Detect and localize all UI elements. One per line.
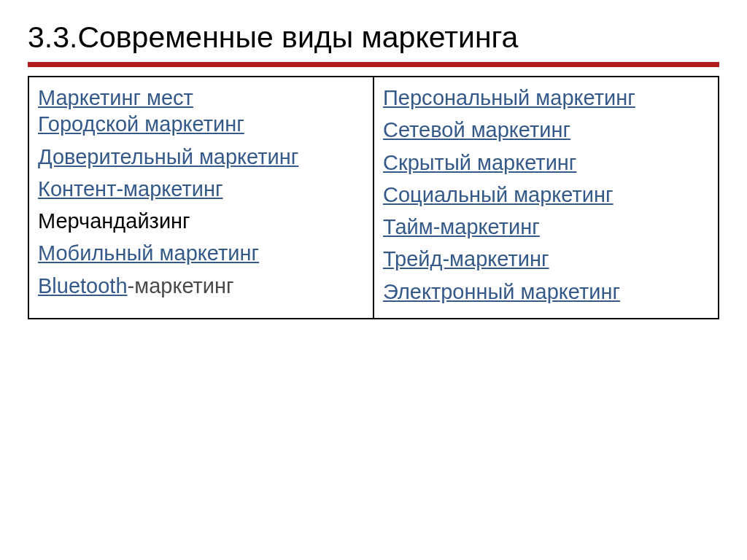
list-item: Bluetooth-маркетинг (38, 273, 364, 299)
link-mobile-marketing[interactable]: Мобильный маркетинг (38, 241, 259, 265)
list-item: Социальный маркетинг (383, 182, 709, 208)
link-city-marketing[interactable]: Городской маркетинг (38, 112, 244, 136)
slide: 3.3.Современные виды маркетинга Маркетин… (28, 20, 719, 540)
link-content-marketing[interactable]: Контент-маркетинг (38, 177, 223, 201)
list-item: Мобильный маркетинг (38, 240, 364, 266)
list-item: Электронный маркетинг (383, 279, 709, 305)
list-item: Трейд-маркетинг (383, 246, 709, 272)
link-social-marketing[interactable]: Социальный маркетинг (383, 183, 614, 206)
list-item: Тайм-маркетинг (383, 214, 709, 240)
link-trade-marketing[interactable]: Трейд-маркетинг (383, 247, 549, 271)
text-merchandising: Мерчандайзинг (38, 209, 190, 233)
right-column: Персональный маркетинг Сетевой маркетинг… (374, 77, 719, 319)
text-bluetooth-suffix: -маркетинг (128, 274, 234, 298)
list-item: Мерчандайзинг (38, 208, 364, 234)
list-item: Сетевой маркетинг (383, 117, 709, 143)
list-item: Маркетинг мест Городской маркетинг (38, 85, 364, 138)
link-network-marketing[interactable]: Сетевой маркетинг (383, 118, 570, 141)
link-bluetooth[interactable]: Bluetooth (38, 274, 128, 298)
link-electronic-marketing[interactable]: Электронный маркетинг (383, 280, 620, 303)
list-item: Скрытый маркетинг (383, 149, 709, 176)
link-hidden-marketing[interactable]: Скрытый маркетинг (383, 151, 576, 174)
link-place-marketing[interactable]: Маркетинг мест (38, 86, 193, 109)
link-trust-marketing[interactable]: Доверительный маркетинг (38, 145, 298, 168)
list-item: Контент-маркетинг (38, 176, 364, 202)
link-time-marketing[interactable]: Тайм-маркетинг (383, 215, 540, 238)
list-item: Персональный маркетинг (383, 85, 709, 111)
list-item: Доверительный маркетинг (38, 144, 364, 170)
left-column: Маркетинг мест Городской маркетинг Довер… (28, 77, 374, 319)
slide-title: 3.3.Современные виды маркетинга (28, 20, 719, 55)
title-underline (28, 62, 719, 67)
content-table: Маркетинг мест Городской маркетинг Довер… (28, 76, 719, 319)
link-personal-marketing[interactable]: Персональный маркетинг (383, 86, 635, 109)
